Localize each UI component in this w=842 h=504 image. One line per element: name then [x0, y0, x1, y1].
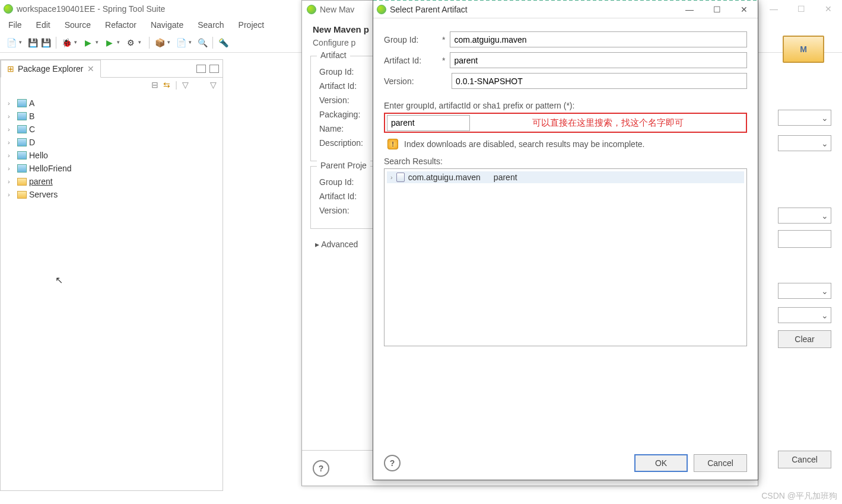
toolbar-separator: [212, 37, 213, 49]
menu-edit[interactable]: Edit: [36, 20, 50, 30]
tree-label: A: [29, 98, 34, 108]
save-all-icon[interactable]: 💾: [40, 37, 51, 48]
parent-artifact-id-label: Artifact Id:: [319, 192, 376, 201]
clear-button[interactable]: Clear: [778, 330, 831, 348]
run-last-icon[interactable]: ▶: [104, 37, 115, 48]
tree-label: Hello: [29, 151, 48, 160]
search-input[interactable]: [387, 115, 470, 131]
run-icon[interactable]: ▶: [82, 37, 93, 48]
project-icon: [17, 164, 27, 173]
menu-source[interactable]: Source: [65, 20, 91, 30]
close-icon[interactable]: ✕: [730, 1, 758, 18]
project-icon: [17, 138, 27, 146]
save-icon[interactable]: 💾: [27, 37, 38, 48]
result-group: com.atguigu.maven: [408, 173, 481, 182]
maximize-view-icon[interactable]: [209, 65, 219, 73]
cursor-icon: ↖: [55, 275, 63, 286]
tree-label: parent: [29, 177, 53, 186]
sd-version-label: Version:: [384, 76, 437, 86]
combo-peek-4[interactable]: [778, 283, 831, 299]
eclipse-icon: [377, 5, 386, 14]
ok-button[interactable]: OK: [634, 454, 688, 472]
tree-label: Servers: [29, 190, 58, 199]
tree-item-d[interactable]: ›D: [4, 136, 219, 149]
new-package-icon[interactable]: 📦: [154, 37, 165, 48]
explorer-tabbar: ⊞ Package Explorer ✕: [1, 60, 223, 78]
artifact-id-input[interactable]: [450, 52, 747, 68]
menu-file[interactable]: File: [8, 20, 22, 30]
tree-item-servers[interactable]: ›Servers: [4, 188, 219, 201]
close-icon[interactable]: ✕: [87, 64, 94, 74]
maximize-icon[interactable]: ☐: [703, 1, 730, 18]
tree-label: HelloFriend: [29, 164, 72, 173]
view-menu-icon[interactable]: ▽: [182, 80, 189, 90]
menu-search[interactable]: Search: [198, 20, 224, 30]
maven-perspective-icon[interactable]: M: [783, 36, 824, 63]
tree-item-hello[interactable]: ›Hello: [4, 149, 219, 162]
collapse-all-icon[interactable]: ⊟: [151, 80, 158, 90]
open-type-icon[interactable]: 🔍: [197, 37, 208, 48]
combo-peek-2[interactable]: [778, 135, 831, 151]
result-item[interactable]: › com.atguigu.maven parent: [387, 171, 744, 183]
search-icon[interactable]: 🔦: [218, 37, 228, 48]
new-type-icon[interactable]: 📄: [176, 37, 186, 48]
combo-peek-3[interactable]: [778, 208, 831, 224]
help-icon[interactable]: ?: [384, 455, 401, 471]
tree-item-a[interactable]: ›A: [4, 97, 219, 110]
select-titlebar[interactable]: Select Parent Artifact — ☐ ✕: [373, 1, 758, 18]
minimize-icon[interactable]: —: [676, 1, 703, 18]
window-title: workspace190401EE - Spring Tool Suite: [17, 4, 165, 14]
project-tree: ›A ›B ›C ›D ›Hello ›HelloFriend ›parent …: [1, 92, 223, 206]
warning-text: Index downloads are disabled, search res…: [404, 139, 644, 149]
combo-peek-1[interactable]: [778, 110, 831, 126]
maven-window-title: New Mav: [320, 5, 354, 14]
tree-label: B: [29, 111, 34, 121]
menu-project[interactable]: Project: [239, 20, 265, 30]
result-artifact: parent: [494, 173, 517, 182]
project-icon: [17, 125, 27, 133]
package-explorer-tab[interactable]: ⊞ Package Explorer ✕: [1, 60, 101, 78]
tree-item-parent[interactable]: ›parent: [4, 175, 219, 188]
tree-item-b[interactable]: ›B: [4, 110, 219, 123]
parent-version-label: Version:: [319, 206, 376, 215]
menu-caret-icon[interactable]: ▽: [210, 80, 217, 90]
new-icon[interactable]: 📄: [6, 37, 17, 48]
group-id-input[interactable]: [450, 31, 747, 47]
package-explorer-label: Package Explorer: [18, 64, 84, 74]
bg-minimize-icon: —: [760, 0, 787, 18]
combo-peek-5[interactable]: [778, 307, 831, 323]
menu-refactor[interactable]: Refactor: [105, 20, 136, 30]
parent-group-id-label: Group Id:: [319, 177, 376, 187]
external-tools-icon[interactable]: ⚙: [125, 37, 136, 48]
link-editor-icon[interactable]: ⇆: [163, 80, 170, 90]
version-input[interactable]: [452, 73, 747, 89]
warning-row: ! Index downloads are disabled, search r…: [384, 139, 747, 149]
tree-item-hellofriend[interactable]: ›HelloFriend: [4, 162, 219, 175]
tree-label: D: [29, 138, 35, 147]
jar-icon: [396, 173, 405, 182]
name-label: Name:: [319, 124, 376, 133]
folder-icon: [17, 178, 27, 186]
tree-label: C: [29, 125, 35, 134]
annotation-text: 可以直接在这里搜索，找这个名字即可: [470, 117, 746, 129]
project-icon: [17, 99, 27, 107]
expand-icon[interactable]: ›: [390, 174, 393, 181]
debug-icon[interactable]: 🐞: [61, 37, 72, 48]
spinner-peek[interactable]: [778, 230, 831, 248]
required-marker: *: [442, 35, 445, 44]
help-icon[interactable]: ?: [313, 460, 329, 477]
title-decoration: [373, 0, 758, 1]
toolbar-separator: [149, 37, 150, 49]
warning-icon: !: [387, 139, 398, 149]
eclipse-icon: [4, 4, 13, 14]
required-marker: *: [442, 56, 445, 65]
cancel-button-outer[interactable]: Cancel: [778, 451, 831, 468]
tree-item-c[interactable]: ›C: [4, 123, 219, 136]
minimize-view-icon[interactable]: [196, 65, 206, 73]
folder-icon: [17, 191, 27, 199]
results-list[interactable]: › com.atguigu.maven parent: [384, 168, 747, 346]
project-icon: [17, 112, 27, 120]
cancel-button[interactable]: Cancel: [694, 454, 747, 472]
menu-navigate[interactable]: Navigate: [151, 20, 183, 30]
bg-maximize-icon: ☐: [787, 0, 815, 18]
